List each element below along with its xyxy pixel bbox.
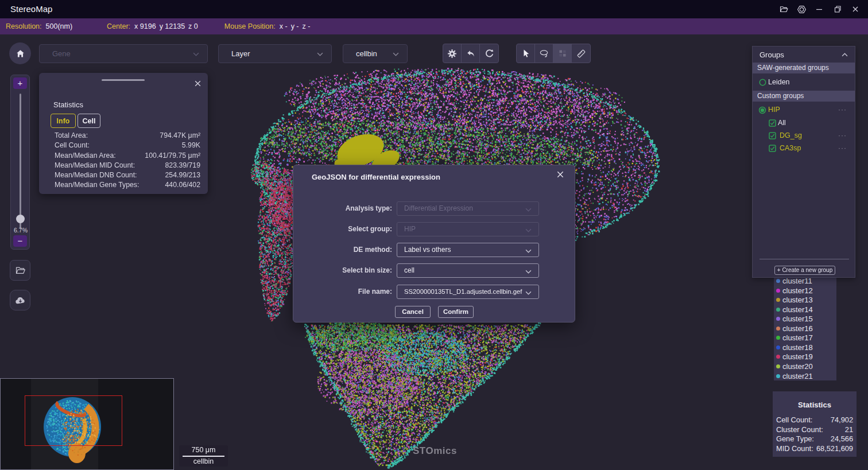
- cluster-list-item[interactable]: cluster17: [776, 333, 813, 342]
- gene-dropdown[interactable]: Gene: [39, 44, 208, 63]
- cluster-color-dot: [776, 279, 780, 283]
- minimap-viewport-rect[interactable]: [25, 395, 122, 446]
- scale-bin-label: cellbin: [179, 457, 228, 465]
- cluster-list-item[interactable]: cluster16: [776, 324, 813, 333]
- cloud-download-button[interactable]: [10, 290, 30, 310]
- dialog-close-button[interactable]: [555, 169, 565, 180]
- lasso-tool-button[interactable]: [535, 44, 553, 63]
- summary-label: Cell Count:: [776, 415, 812, 425]
- cluster-color-dot: [776, 317, 780, 321]
- select-group-value: HIP: [404, 225, 416, 233]
- open-file-icon[interactable]: [776, 2, 791, 16]
- cancel-button[interactable]: Cancel: [395, 306, 431, 318]
- zoom-slider-thumb[interactable]: [16, 215, 25, 223]
- statistics-panel[interactable]: Statistics Info Cell Total Area:794.47K …: [39, 73, 208, 194]
- checkbox-checked-icon[interactable]: [769, 145, 776, 152]
- folder-open-icon: [15, 265, 26, 275]
- home-button[interactable]: [9, 42, 31, 64]
- tab-info[interactable]: Info: [51, 114, 76, 128]
- zoom-in-button[interactable]: +: [13, 77, 27, 89]
- gear-icon: [447, 49, 457, 59]
- stat-label: Mean/Median MID Count:: [55, 161, 135, 170]
- zoom-slider-track[interactable]: [20, 94, 21, 229]
- stat-value: 794.47K μm²: [160, 131, 200, 141]
- chevron-down-icon: [317, 52, 323, 56]
- group-item-dg-sg[interactable]: DG_sg ···: [753, 130, 855, 141]
- cluster-list-item[interactable]: cluster13: [776, 295, 813, 304]
- mouse-z: z -: [303, 22, 311, 30]
- group-menu-button[interactable]: ···: [838, 143, 847, 154]
- restore-icon[interactable]: [830, 2, 845, 16]
- cluster-color-dot: [776, 289, 780, 293]
- group-item-leiden[interactable]: Leiden: [753, 77, 855, 88]
- checkbox-checked-icon[interactable]: [769, 132, 776, 139]
- dialog-title: GeoJSON for differential expression: [312, 173, 440, 181]
- stat-label: Mean/Median Gene Types:: [55, 180, 139, 190]
- stat-label: Mean/Median Area:: [55, 151, 116, 161]
- cluster-list-item[interactable]: cluster20: [776, 362, 813, 371]
- radio-unchecked-icon[interactable]: [759, 79, 766, 86]
- scale-distance-label: 750 μm: [179, 446, 228, 454]
- gene-placeholder: Gene: [52, 49, 71, 58]
- mouse-position-label: Mouse Position:: [224, 22, 276, 30]
- cluster-list-item[interactable]: cluster21: [776, 371, 813, 380]
- measure-tool-button[interactable]: [572, 44, 590, 63]
- saw-groups-header: SAW-generated groups: [753, 63, 855, 73]
- statistics-close-button[interactable]: [193, 79, 202, 88]
- cell-grid-icon: [558, 49, 567, 58]
- redo-button[interactable]: [480, 44, 498, 63]
- minimap[interactable]: [0, 378, 174, 470]
- geojson-dialog: GeoJSON for differential expression Anal…: [293, 165, 575, 323]
- select-cursor-button[interactable]: [517, 44, 535, 63]
- cluster-list-item[interactable]: cluster18: [776, 343, 813, 352]
- select-group-label: Select group:: [316, 222, 392, 236]
- cell-grid-tool-button[interactable]: [553, 44, 572, 63]
- undo-button[interactable]: [462, 44, 480, 63]
- chevron-down-icon: [525, 208, 532, 212]
- mouse-y: y -: [291, 22, 299, 30]
- summary-value: 24,566: [831, 434, 853, 444]
- close-icon[interactable]: [848, 2, 863, 16]
- open-folder-button[interactable]: [10, 260, 30, 281]
- group-label: CA3sp: [780, 143, 801, 154]
- file-name-select[interactable]: SS200000135TL_D1.adjusted.cellbin.gef: [397, 285, 539, 299]
- app-title: StereoMap: [10, 4, 52, 14]
- zoom-out-button[interactable]: −: [13, 235, 27, 247]
- drag-handle[interactable]: [102, 79, 145, 81]
- group-item-ca3sp[interactable]: CA3sp ···: [753, 143, 855, 154]
- layer-dropdown[interactable]: Layer: [218, 44, 332, 63]
- stat-value: 440.06/402: [165, 180, 200, 190]
- tab-cell[interactable]: Cell: [78, 114, 100, 128]
- group-label: Leiden: [768, 77, 790, 88]
- create-group-button[interactable]: + Create a new group: [774, 266, 835, 275]
- select-group-select[interactable]: HIP: [397, 222, 539, 236]
- checkbox-checked-icon[interactable]: [769, 119, 776, 127]
- cluster-color-dot: [776, 355, 780, 359]
- de-method-select[interactable]: Label vs others: [397, 243, 539, 257]
- analysis-type-label: Analysis type:: [316, 201, 392, 216]
- settings-tool-button[interactable]: [443, 44, 462, 63]
- settings-gear-icon[interactable]: [794, 2, 809, 16]
- cluster-list-item[interactable]: cluster15: [776, 314, 813, 323]
- group-item-all[interactable]: All: [753, 118, 855, 129]
- chevron-down-icon: [393, 52, 399, 56]
- minimize-icon[interactable]: [812, 2, 827, 16]
- group-item-hip[interactable]: HIP ···: [753, 104, 855, 115]
- chevron-down-icon: [525, 270, 532, 274]
- statistics-title: Statistics: [53, 100, 83, 109]
- analysis-type-select[interactable]: Differential Expression: [397, 201, 539, 216]
- cluster-color-dot: [776, 308, 780, 312]
- group-menu-button[interactable]: ···: [838, 130, 847, 141]
- cluster-list-item[interactable]: cluster19: [776, 352, 813, 361]
- confirm-button[interactable]: Confirm: [438, 306, 474, 318]
- cluster-list-item[interactable]: cluster12: [776, 286, 813, 295]
- cluster-list-item[interactable]: cluster14: [776, 305, 813, 314]
- radio-checked-icon[interactable]: [758, 106, 766, 114]
- bin-size-value: cell: [404, 266, 414, 274]
- center-y: y 12135: [160, 22, 185, 30]
- group-menu-button[interactable]: ···: [838, 104, 847, 115]
- groups-collapse-button[interactable]: [842, 53, 848, 57]
- group-label: All: [778, 118, 786, 129]
- bin-size-select[interactable]: cell: [397, 263, 539, 278]
- bin-dropdown[interactable]: cellbin: [343, 44, 408, 63]
